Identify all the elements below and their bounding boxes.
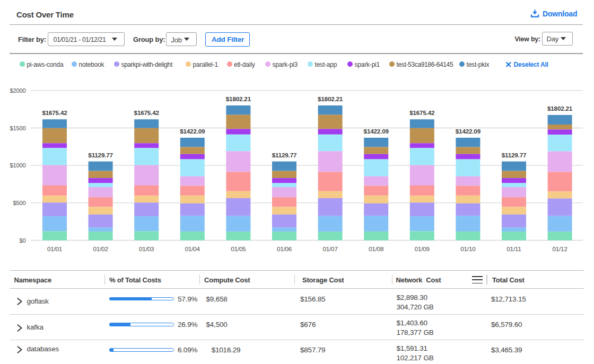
- svg-text:01/05: 01/05: [231, 245, 246, 252]
- svg-text:$1422.09: $1422.09: [180, 128, 205, 135]
- svg-text:$1129.77: $1129.77: [88, 152, 113, 158]
- svg-text:$1129.77: $1129.77: [502, 152, 527, 158]
- svg-text:01/12: 01/12: [552, 245, 567, 252]
- svg-text:$1802.21: $1802.21: [318, 95, 343, 102]
- svg-text:$1802.21: $1802.21: [547, 105, 573, 112]
- svg-text:$1675.42: $1675.42: [134, 109, 160, 116]
- svg-text:$1422.09: $1422.09: [456, 128, 481, 135]
- svg-text:$1500: $1500: [10, 125, 25, 131]
- svg-text:01/02: 01/02: [93, 245, 108, 252]
- svg-text:$500: $500: [13, 200, 25, 206]
- svg-text:01/09: 01/09: [415, 245, 430, 252]
- svg-text:01/04: 01/04: [185, 245, 200, 252]
- svg-text:01/07: 01/07: [322, 245, 337, 252]
- svg-text:01/06: 01/06: [277, 245, 292, 252]
- svg-text:01/08: 01/08: [369, 245, 383, 252]
- svg-text:$1802.21: $1802.21: [226, 95, 251, 102]
- svg-text:$1000: $1000: [10, 162, 25, 168]
- svg-text:01/03: 01/03: [139, 245, 154, 252]
- svg-text:$0: $0: [19, 237, 25, 244]
- svg-text:$1675.42: $1675.42: [409, 109, 435, 116]
- svg-text:$1129.77: $1129.77: [272, 152, 297, 158]
- svg-text:01/01: 01/01: [47, 245, 62, 252]
- svg-text:01/11: 01/11: [506, 245, 521, 252]
- svg-text:$1675.42: $1675.42: [42, 109, 67, 116]
- svg-text:01/10: 01/10: [460, 245, 476, 252]
- svg-text:$1422.09: $1422.09: [364, 128, 389, 135]
- svg-text:$2000: $2000: [10, 87, 25, 94]
